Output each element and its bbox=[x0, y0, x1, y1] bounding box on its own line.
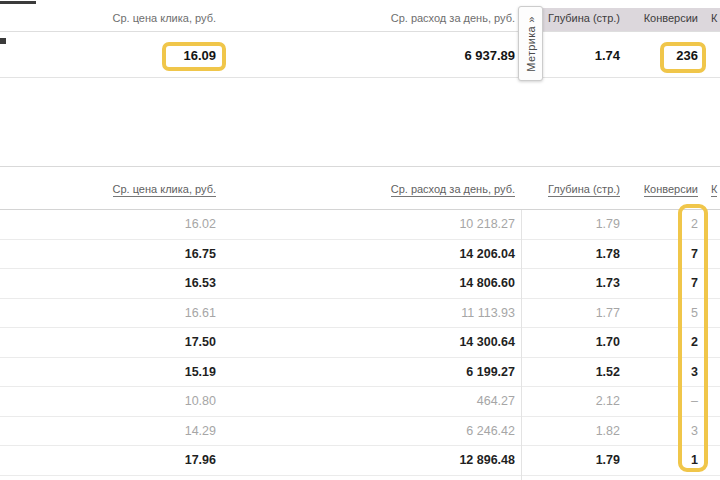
column-header-label: К bbox=[711, 183, 717, 197]
cell-depth: 1.79 bbox=[531, 210, 620, 239]
metrica-tab-label: Метрика » bbox=[525, 16, 537, 71]
cell-depth: 1.70 bbox=[531, 328, 620, 357]
column-header-daily-spend[interactable]: Ср. расход за день, руб. bbox=[226, 183, 515, 195]
column-header-label: Ср. цена клика, руб. bbox=[113, 183, 216, 197]
column-header-label: Конверсии bbox=[644, 183, 698, 197]
cell-spend: 6 246.42 bbox=[226, 417, 515, 446]
cell-depth: 1.73 bbox=[531, 269, 620, 298]
highlight-box-conversions bbox=[660, 42, 706, 73]
summary-header-clipped: К bbox=[711, 12, 720, 24]
table-row: 16.5314 806.601.737 bbox=[0, 269, 720, 299]
cell-spend: 12 896.48 bbox=[226, 446, 515, 475]
column-header-label: Ср. расход за день, руб. bbox=[391, 183, 515, 197]
chart-artifact-top bbox=[0, 1, 36, 4]
summary-header-avg-cpc: Ср. цена клика, руб. bbox=[0, 12, 216, 24]
cell-cpc: 16.53 bbox=[0, 269, 216, 298]
cell-cpc: 17.50 bbox=[0, 328, 216, 357]
cell-spend: 6 199.27 bbox=[226, 358, 515, 387]
cell-spend: 14 300.64 bbox=[226, 328, 515, 357]
summary-value-depth: 1.74 bbox=[531, 42, 620, 70]
divider bbox=[0, 31, 720, 32]
divider bbox=[0, 166, 720, 167]
cell-cpc: 14.29 bbox=[0, 417, 216, 446]
column-header-label: Глубина (стр.) bbox=[548, 183, 620, 197]
column-separator bbox=[521, 210, 522, 480]
cell-cpc: 17.96 bbox=[0, 446, 216, 475]
cell-cpc: 16.75 bbox=[0, 240, 216, 269]
metrica-collapsed-tab[interactable]: Метрика » bbox=[518, 6, 543, 81]
table-body: 16.0210 218.271.79216.7514 206.041.78716… bbox=[0, 210, 720, 476]
highlight-column-conversions bbox=[678, 204, 708, 472]
cell-depth: 1.79 bbox=[531, 446, 620, 475]
table-row: 14.296 246.421.823 bbox=[0, 417, 720, 447]
cell-depth: 1.52 bbox=[531, 358, 620, 387]
cell-cpc: 10.80 bbox=[0, 387, 216, 416]
cell-depth: 1.78 bbox=[531, 240, 620, 269]
divider bbox=[0, 77, 720, 78]
cell-spend: 14 806.60 bbox=[226, 269, 515, 298]
summary-header-daily-spend: Ср. расход за день, руб. bbox=[226, 12, 515, 24]
cell-spend: 11 113.93 bbox=[226, 299, 515, 328]
column-header-depth[interactable]: Глубина (стр.) bbox=[531, 183, 620, 195]
summary-value-daily-spend: 6 937.89 bbox=[226, 42, 515, 70]
table-row: 16.6111 113.931.775 bbox=[0, 299, 720, 329]
cell-spend: 464.27 bbox=[226, 387, 515, 416]
summary-header-depth: Глубина (стр.) bbox=[531, 12, 620, 24]
column-header-conversions[interactable]: Конверсии bbox=[630, 183, 698, 195]
table-row: 17.9612 896.481.791 bbox=[0, 446, 720, 476]
table-row: 10.80464.272.12– bbox=[0, 387, 720, 417]
column-header-clipped[interactable]: К bbox=[711, 183, 720, 195]
cell-spend: 10 218.27 bbox=[226, 210, 515, 239]
table-row: 16.7514 206.041.787 bbox=[0, 240, 720, 270]
table-row: 16.0210 218.271.792 bbox=[0, 210, 720, 240]
cell-cpc: 16.02 bbox=[0, 210, 216, 239]
cell-depth: 1.77 bbox=[531, 299, 620, 328]
summary-header-conversions: Конверсии bbox=[630, 12, 698, 24]
column-header-avg-cpc[interactable]: Ср. цена клика, руб. bbox=[0, 183, 216, 195]
highlight-box-avg-cpc bbox=[162, 42, 226, 71]
table-row: 17.5014 300.641.702 bbox=[0, 328, 720, 358]
cell-spend: 14 206.04 bbox=[226, 240, 515, 269]
cell-cpc: 15.19 bbox=[0, 358, 216, 387]
table-row: 15.196 199.271.523 bbox=[0, 358, 720, 388]
cell-depth: 1.82 bbox=[531, 417, 620, 446]
cell-cpc: 16.61 bbox=[0, 299, 216, 328]
cell-depth: 2.12 bbox=[531, 387, 620, 416]
